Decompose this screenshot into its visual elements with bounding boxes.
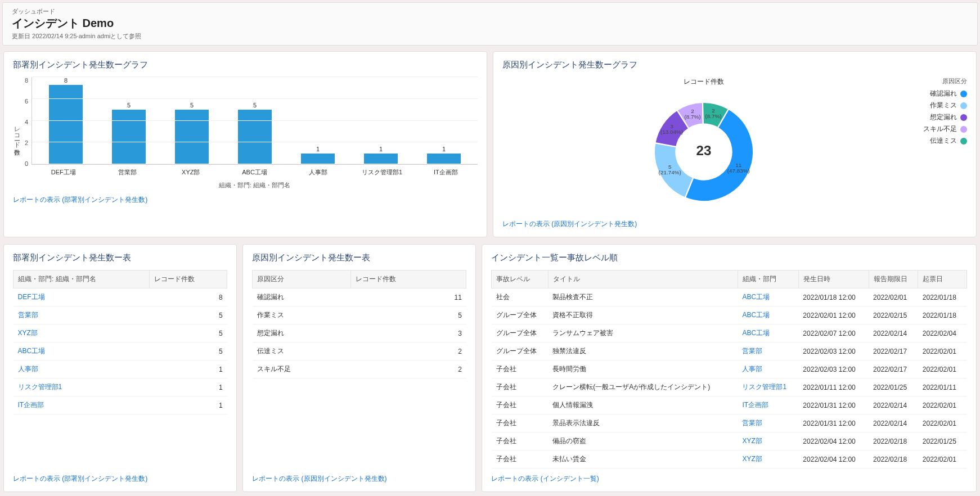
dept-link[interactable]: ABC工場 xyxy=(738,324,798,342)
bar-column[interactable]: 1 xyxy=(416,77,472,164)
bar-column[interactable]: 8 xyxy=(38,77,94,164)
y-axis: 86420 xyxy=(25,77,28,167)
dept-link[interactable]: XYZ部 xyxy=(738,450,798,468)
bar-column[interactable]: 5 xyxy=(164,77,220,164)
count-cell: 11 xyxy=(351,288,466,306)
legend-item[interactable]: 想定漏れ xyxy=(905,112,967,122)
created-cell: 2022/02/01 xyxy=(918,450,967,468)
legend-item[interactable]: 作業ミス xyxy=(905,101,967,110)
dept-link[interactable]: ABC工場 xyxy=(738,306,798,324)
bar-column[interactable]: 5 xyxy=(227,77,283,164)
bar-chart[interactable]: レコード件数 86420 8555111 DEF工場営業部XYZ部ABC工場人事… xyxy=(13,77,478,190)
view-report-link[interactable]: レポートの表示 (原因別インシデント発生数) xyxy=(252,474,466,484)
dept-link[interactable]: リスク管理部1 xyxy=(14,378,150,396)
dept-link[interactable]: 営業部 xyxy=(14,306,150,324)
table-row: 確認漏れ11 xyxy=(253,288,466,306)
dept-link[interactable]: XYZ部 xyxy=(14,324,150,342)
col-header[interactable]: タイトル xyxy=(548,270,738,288)
level-cell: 子会社 xyxy=(492,432,548,450)
dept-link[interactable]: DEF工場 xyxy=(14,288,150,306)
legend-item[interactable]: 伝達ミス xyxy=(905,136,967,146)
table-row: DEF工場8 xyxy=(14,288,227,306)
donut-svg: 11(47.83%)5(21.74%)3(13.04%)2(8.7%)2(8.7… xyxy=(642,90,766,214)
level-cell: 子会社 xyxy=(492,396,548,414)
bar-rect xyxy=(49,85,83,164)
due-cell: 2022/02/17 xyxy=(869,342,918,360)
cause-table: 原因区分 レコード件数 確認漏れ11作業ミス5想定漏れ3伝達ミス2スキル不足2 xyxy=(252,270,466,378)
col-header[interactable]: レコード件数 xyxy=(149,270,227,288)
due-cell: 2022/02/18 xyxy=(869,450,918,468)
bar-column[interactable]: 1 xyxy=(353,77,409,164)
count-cell: 1 xyxy=(149,360,227,378)
view-report-link[interactable]: レポートの表示 (部署別インシデント発生数) xyxy=(13,474,227,484)
count-cell: 1 xyxy=(149,378,227,396)
col-header[interactable]: 事故レベル xyxy=(492,270,548,288)
dept-link[interactable]: 人事部 xyxy=(14,360,150,378)
occurred-cell: 2022/02/03 12:00 xyxy=(798,342,869,360)
dept-link[interactable]: ABC工場 xyxy=(14,342,150,360)
dept-link[interactable]: リスク管理部1 xyxy=(738,378,798,396)
bar-label: XYZ部 xyxy=(163,168,219,177)
bar-rect xyxy=(301,154,335,164)
legend-title: 原因区分 xyxy=(905,77,967,85)
dept-link[interactable]: ABC工場 xyxy=(738,288,798,306)
segment-pct: (21.74%) xyxy=(659,169,681,175)
segment-pct: (47.83%) xyxy=(727,168,750,174)
bar-rect xyxy=(112,110,146,164)
table-row: IT企画部1 xyxy=(14,396,227,414)
dept-link[interactable]: IT企画部 xyxy=(14,396,150,414)
table1-card: 部署別インシデント発生数ー表 組織・部門: 組織・部門名 レコード件数 DEF工… xyxy=(3,244,237,492)
y-axis-label: レコード件数 xyxy=(13,123,21,145)
bar-rect xyxy=(175,110,209,164)
col-header[interactable]: 報告期限日 xyxy=(869,270,918,288)
table-row: 人事部1 xyxy=(14,360,227,378)
bar-chart-card: 部署別インシデント発生数ーグラフ レコード件数 86420 8555111 DE… xyxy=(3,51,487,237)
col-header[interactable]: 原因区分 xyxy=(253,270,351,288)
dept-link[interactable]: XYZ部 xyxy=(738,432,798,450)
dept-link[interactable]: 営業部 xyxy=(738,414,798,432)
col-header[interactable]: 起票日 xyxy=(918,270,967,288)
incident-table: 事故レベルタイトル組織・部門発生日時報告期限日起票日 社会製品検査不正ABC工場… xyxy=(491,270,967,468)
view-report-link[interactable]: レポートの表示 (部署別インシデント発生数) xyxy=(13,195,478,205)
legend-label: 伝達ミス xyxy=(930,136,957,146)
title-cell: ランサムウェア被害 xyxy=(548,324,738,342)
count-cell: 5 xyxy=(149,342,227,360)
x-axis-caption: 組織・部門: 組織・部門名 xyxy=(32,181,478,190)
col-header[interactable]: 組織・部門: 組織・部門名 xyxy=(14,270,150,288)
occurred-cell: 2022/02/01 12:00 xyxy=(798,306,869,324)
legend-item[interactable]: スキル不足 xyxy=(905,124,967,134)
title-cell: 独禁法違反 xyxy=(548,342,738,360)
bar-value: 1 xyxy=(442,146,446,152)
level-cell: 子会社 xyxy=(492,450,548,468)
bar-value: 8 xyxy=(64,77,68,84)
legend-swatch xyxy=(960,114,967,121)
title-cell: クレーン横転(一般ユーザAが作成したインシデント) xyxy=(548,378,738,396)
view-report-link[interactable]: レポートの表示 (インシデント一覧) xyxy=(491,474,967,484)
bar-rect xyxy=(364,154,398,164)
col-header[interactable]: 組織・部門 xyxy=(738,270,798,288)
bar-value: 5 xyxy=(253,102,257,109)
dept-link[interactable]: 営業部 xyxy=(738,342,798,360)
table-row: 想定漏れ3 xyxy=(253,324,466,342)
bar-column[interactable]: 5 xyxy=(101,77,157,164)
card-title: 部署別インシデント発生数ー表 xyxy=(13,252,227,263)
bar-label: DEF工場 xyxy=(35,168,92,177)
count-cell: 3 xyxy=(351,324,466,342)
level-cell: 社会 xyxy=(492,288,548,306)
created-cell: 2022/01/11 xyxy=(918,378,967,396)
due-cell: 2022/02/14 xyxy=(869,324,918,342)
title-cell: 長時間労働 xyxy=(548,360,738,378)
dept-link[interactable]: 人事部 xyxy=(738,360,798,378)
dept-table: 組織・部門: 組織・部門名 レコード件数 DEF工場8営業部5XYZ部5ABC工… xyxy=(13,270,227,414)
segment-pct: (8.7%) xyxy=(705,113,721,119)
title-cell: 資格不正取得 xyxy=(548,306,738,324)
dept-link[interactable]: IT企画部 xyxy=(738,396,798,414)
col-header[interactable]: 発生日時 xyxy=(798,270,869,288)
col-header[interactable]: レコード件数 xyxy=(351,270,466,288)
view-report-link[interactable]: レポートの表示 (原因別インシデント発生数) xyxy=(502,219,967,229)
bar-column[interactable]: 1 xyxy=(290,77,346,164)
created-cell: 2022/02/01 xyxy=(918,396,967,414)
donut-chart[interactable]: レコード件数 11(47.83%)5(21.74%)3(13.04%)2(8.7… xyxy=(502,77,905,214)
legend-item[interactable]: 確認漏れ xyxy=(905,89,967,98)
due-cell: 2022/01/25 xyxy=(869,378,918,396)
